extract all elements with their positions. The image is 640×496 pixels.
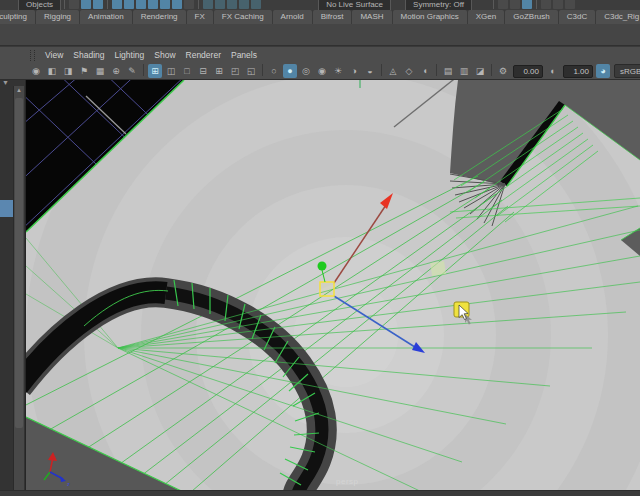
render-view-icon[interactable]: [541, 0, 551, 9]
select-camera-icon[interactable]: ◉: [29, 64, 43, 78]
output-connections-icon[interactable]: [510, 0, 520, 9]
mask-surfaces-icon[interactable]: [148, 0, 158, 9]
viewport[interactable]: z persp: [26, 80, 640, 490]
outliner-pane-layout-icon[interactable]: ◰: [228, 64, 242, 78]
menu-show[interactable]: Show: [150, 50, 179, 60]
image-plane-toggle-icon[interactable]: ▤: [441, 64, 455, 78]
ipr-render-icon[interactable]: [553, 0, 563, 9]
panel-menubar: ViewShadingLightingShowRendererPanels: [0, 46, 640, 63]
view-transform-value: sRGB gamma: [615, 67, 640, 76]
menu-view[interactable]: View: [41, 50, 67, 60]
snap-view-plane-icon[interactable]: [239, 0, 249, 9]
divider: [64, 0, 65, 9]
mask-joints-icon[interactable]: [124, 0, 134, 9]
symmetry-dropdown[interactable]: Symmetry: Off: [405, 0, 472, 10]
camera-attributes-icon[interactable]: ◨: [61, 64, 75, 78]
select-component-icon[interactable]: [93, 0, 103, 9]
contrast-icon[interactable]: ◐: [546, 64, 560, 78]
camera-name-label: persp: [336, 477, 359, 486]
construction-history-icon[interactable]: [522, 0, 532, 9]
screen-space-ao-icon[interactable]: ◒: [363, 64, 377, 78]
shelf-tab-fx-caching[interactable]: FX Caching: [214, 10, 272, 24]
shelf-tab-xgen[interactable]: XGen: [468, 10, 504, 24]
three-pane-layout-icon[interactable]: ⊞: [212, 64, 226, 78]
panel-menu-items: ViewShadingLightingShowRendererPanels: [41, 50, 263, 60]
selection-mask-dropdown[interactable]: Objects: [18, 0, 61, 10]
shelf-tab-sculpting[interactable]: Sculpting: [0, 10, 35, 24]
input-connections-icon[interactable]: [498, 0, 508, 9]
view-transform-dropdown[interactable]: sRGB gamma ▼: [614, 64, 640, 78]
snap-point-icon[interactable]: [227, 0, 237, 9]
bookmarks-icon[interactable]: ⚑: [77, 64, 91, 78]
grease-pencil-icon[interactable]: ✎: [125, 64, 139, 78]
make-live-icon[interactable]: [251, 0, 261, 9]
panel-collapse-icon[interactable]: ▼: [2, 79, 9, 86]
gamma-field[interactable]: 1.00: [563, 65, 593, 78]
single-pane-layout-icon[interactable]: □: [180, 64, 194, 78]
shelf-tab-arnold[interactable]: Arnold: [273, 10, 312, 24]
shelf-tab-motion-graphics[interactable]: Motion Graphics: [393, 10, 467, 24]
select-object-icon[interactable]: [81, 0, 91, 9]
render-settings-icon[interactable]: [565, 0, 575, 9]
viewport-canvas[interactable]: z: [26, 80, 640, 490]
shelf-tabs: SculptingRiggingAnimationRenderingFXFX C…: [0, 10, 640, 24]
lock-camera-icon[interactable]: ◧: [45, 64, 59, 78]
snap-grid-icon[interactable]: [203, 0, 213, 9]
plugin-display-icon[interactable]: ◖: [418, 64, 432, 78]
timeline-edge: [0, 490, 640, 496]
shelf-tab-animation[interactable]: Animation: [80, 10, 132, 24]
menu-lighting[interactable]: Lighting: [110, 50, 148, 60]
toolbar-icons-cm: ◕: [595, 64, 611, 78]
toolbar-icons-mid: ◐: [545, 64, 561, 78]
divider: [198, 0, 199, 9]
scrollbar-thumb[interactable]: [15, 98, 23, 428]
mask-curves-icon[interactable]: [136, 0, 146, 9]
four-view-layout-icon[interactable]: ⊞: [148, 64, 162, 78]
mask-deformations-icon[interactable]: [160, 0, 170, 9]
left-scrollbar[interactable]: ▲: [13, 86, 24, 490]
wireframe-display-icon[interactable]: ○: [267, 64, 281, 78]
shelf-tab-c3dc[interactable]: C3dC: [559, 10, 595, 24]
smooth-shade-display-icon[interactable]: ●: [283, 64, 297, 78]
mask-dynamics-icon[interactable]: [172, 0, 182, 9]
shelf-tab-c3dc-rig[interactable]: C3dc_Rig: [596, 10, 640, 24]
selected-tool-highlight[interactable]: [0, 200, 13, 217]
hypershade-pane-layout-icon[interactable]: ◱: [244, 64, 258, 78]
shelf-tab-rigging[interactable]: Rigging: [36, 10, 79, 24]
sequence-capture-icon[interactable]: ▥: [457, 64, 471, 78]
manipulator-center-handle[interactable]: [320, 282, 334, 296]
panel-grip[interactable]: [30, 50, 35, 61]
display-settings-icon[interactable]: ⚙: [496, 64, 510, 78]
menu-shading[interactable]: Shading: [69, 50, 108, 60]
view-mask-icon[interactable]: ◪: [473, 64, 487, 78]
textured-display-icon[interactable]: ◉: [315, 64, 329, 78]
two-pane-layout-icon[interactable]: ◫: [164, 64, 178, 78]
2d-pan-zoom-icon[interactable]: ⊕: [109, 64, 123, 78]
menu-panels[interactable]: Panels: [227, 50, 261, 60]
mask-handles-icon[interactable]: [112, 0, 122, 9]
live-surface-field[interactable]: No Live Surface: [318, 0, 391, 10]
shelf-tab-fx[interactable]: FX: [187, 10, 213, 24]
exposure-field[interactable]: 0.00: [513, 65, 543, 78]
x-ray-display-icon[interactable]: ◇: [402, 64, 416, 78]
isolate-select-icon[interactable]: ◬: [386, 64, 400, 78]
shadows-display-icon[interactable]: ◑: [347, 64, 361, 78]
divider: [262, 64, 263, 76]
color-management-icon[interactable]: ◕: [596, 64, 610, 78]
shelf-tab-bifrost[interactable]: Bifrost: [313, 10, 352, 24]
manipulator-x-handle[interactable]: [318, 262, 327, 271]
shelf-body: [0, 24, 640, 46]
snap-curve-icon[interactable]: [215, 0, 225, 9]
use-all-lights-icon[interactable]: ☀: [331, 64, 345, 78]
pane-below-layout-icon[interactable]: ⊟: [196, 64, 210, 78]
menu-renderer[interactable]: Renderer: [182, 50, 225, 60]
wireframe-on-shaded-icon[interactable]: ◎: [299, 64, 313, 78]
select-hierarchy-icon[interactable]: [69, 0, 79, 9]
mask-rendering-icon[interactable]: [184, 0, 194, 9]
shelf-tab-gozbrush[interactable]: GoZBrush: [505, 10, 557, 24]
status-icons-right: [490, 0, 576, 9]
shelf-tab-mash[interactable]: MASH: [352, 10, 391, 24]
scroll-up-icon[interactable]: ▲: [14, 87, 24, 93]
shelf-tab-rendering[interactable]: Rendering: [133, 10, 186, 24]
image-plane-icon[interactable]: ▦: [93, 64, 107, 78]
